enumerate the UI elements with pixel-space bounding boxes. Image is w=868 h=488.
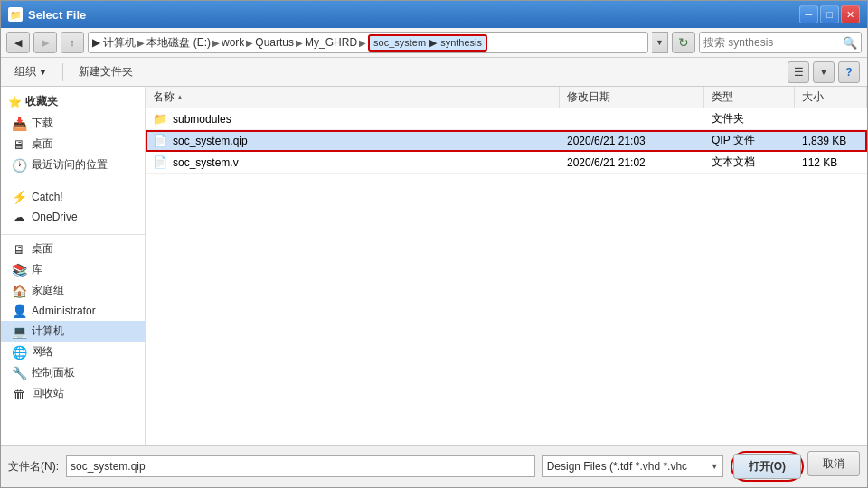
breadcrumb-computer[interactable]: ▶ — [92, 36, 103, 49]
homegroup-icon: 🏠 — [12, 284, 26, 298]
new-folder-button[interactable]: 新建文件夹 — [72, 61, 139, 83]
file-row-submodules[interactable]: 📁 submodules 文件夹 — [146, 108, 867, 130]
col-header-date[interactable]: 修改日期 — [560, 87, 704, 108]
file-row-qip[interactable]: 📄 soc_system.qip 2020/6/21 21:03 QIP 文件 … — [146, 130, 867, 152]
file-row-v[interactable]: 📄 soc_system.v 2020/6/21 21:02 文本文档 112 … — [146, 152, 867, 174]
sidebar-divider-1 — [1, 183, 145, 183]
dialog-title: Select File — [28, 8, 86, 22]
breadcrumb-bar[interactable]: ▶ 计算机 ▶ 本地磁盘 (E:) ▶ work ▶ Quartus ▶ My_… — [88, 32, 648, 53]
file-type-v: 文本文档 — [704, 153, 795, 172]
breadcrumb-ghrd: My_GHRD ▶ — [305, 36, 368, 49]
filetype-dropdown-arrow: ▼ — [711, 462, 719, 471]
file-type-submodules: 文件夹 — [704, 109, 795, 128]
sidebar-item-controlpanel[interactable]: 🔧 控制面板 — [1, 362, 145, 383]
col-header-name[interactable]: 名称 ▲ — [146, 87, 560, 108]
recycle-icon: 🗑 — [12, 387, 26, 401]
forward-button[interactable]: ▶ — [33, 32, 57, 53]
bottom-bar: 文件名(N): Design Files (*.tdf *.vhd *.vhc … — [1, 445, 867, 487]
title-controls: ─ □ ✕ — [799, 5, 860, 23]
open-button[interactable]: 打开(O) — [733, 454, 801, 479]
sidebar-item-onedrive[interactable]: ☁ OneDrive — [1, 207, 145, 227]
minimize-button[interactable]: ─ — [799, 5, 818, 23]
breadcrumb-work: work ▶ — [222, 36, 255, 49]
address-bar: ◀ ▶ ↑ ▶ 计算机 ▶ 本地磁盘 (E:) ▶ work ▶ Quartus… — [1, 28, 867, 58]
sidebar-item-network[interactable]: 🌐 网络 — [1, 342, 145, 362]
sidebar-favorites-section: ⭐ 收藏夹 📥 下载 🖥 桌面 🕐 最近访问的位置 — [1, 90, 145, 175]
download-icon: 📥 — [12, 117, 26, 131]
col-header-size[interactable]: 大小 — [795, 87, 867, 108]
sidebar-item-computer[interactable]: 💻 计算机 — [1, 321, 145, 342]
search-bar[interactable]: 🔍 — [699, 32, 862, 53]
breadcrumb-dropdown[interactable]: ▼ — [652, 32, 668, 53]
file-name-qip: 📄 soc_system.qip — [146, 132, 560, 150]
close-button[interactable]: ✕ — [841, 5, 860, 23]
search-input[interactable] — [703, 36, 843, 49]
catch-icon: ⚡ — [12, 190, 26, 204]
sidebar-favorites-header[interactable]: ⭐ 收藏夹 — [1, 90, 145, 113]
sidebar-item-desktop1[interactable]: 🖥 桌面 — [1, 134, 145, 155]
maximize-button[interactable]: □ — [820, 5, 839, 23]
sidebar-item-recent[interactable]: 🕐 最近访问的位置 — [1, 155, 145, 175]
organize-button[interactable]: 组织 ▼ — [8, 61, 53, 83]
file-size-v: 112 KB — [795, 155, 867, 171]
file-size-qip: 1,839 KB — [795, 133, 867, 149]
sidebar-item-administrator[interactable]: 👤 Administrator — [1, 301, 145, 321]
desktop-icon-1: 🖥 — [12, 137, 26, 152]
administrator-icon: 👤 — [12, 304, 26, 318]
file-size-submodules — [795, 117, 867, 121]
filename-input[interactable] — [66, 455, 535, 477]
breadcrumb-highlighted[interactable]: soc_system ▶ synthesis — [368, 34, 487, 52]
folder-icon-submodules: 📁 — [153, 112, 167, 127]
title-bar: 📁 Select File ─ □ ✕ — [1, 1, 867, 28]
open-button-circle: 打开(O) — [731, 451, 804, 482]
sidebar-item-catch[interactable]: ⚡ Catch! — [1, 187, 145, 207]
refresh-button[interactable]: ↻ — [672, 32, 695, 53]
sidebar-other-section: ⚡ Catch! ☁ OneDrive — [1, 187, 145, 227]
main-content: ⭐ 收藏夹 📥 下载 🖥 桌面 🕐 最近访问的位置 — [1, 87, 867, 445]
action-buttons: 打开(O) 取消 — [731, 451, 860, 482]
up-button[interactable]: ↑ — [61, 32, 84, 53]
filetype-dropdown[interactable]: Design Files (*.tdf *.vhd *.vhc ▼ — [542, 455, 723, 477]
sidebar-computer-section: 🖥 桌面 📚 库 🏠 家庭组 👤 Administrator 💻 — [1, 239, 145, 404]
computer-icon: 💻 — [12, 324, 26, 339]
sidebar-item-desktop2[interactable]: 🖥 桌面 — [1, 239, 145, 259]
sidebar-item-homegroup[interactable]: 🏠 家庭组 — [1, 280, 145, 301]
cancel-button[interactable]: 取消 — [807, 451, 860, 476]
network-icon: 🌐 — [12, 345, 26, 360]
toolbar-separator — [62, 63, 63, 81]
sidebar-item-recycle[interactable]: 🗑 回收站 — [1, 383, 145, 404]
breadcrumb-drive: 本地磁盘 (E:) ▶ — [146, 35, 222, 51]
title-bar-left: 📁 Select File — [8, 7, 86, 22]
col-header-type[interactable]: 类型 — [704, 87, 795, 108]
sidebar-item-download[interactable]: 📥 下载 — [1, 113, 145, 134]
desktop2-icon: 🖥 — [12, 242, 26, 257]
title-icon: 📁 — [8, 7, 23, 22]
toolbar-right: ☰ ▼ ? — [788, 61, 860, 83]
v-file-icon: 📄 — [153, 155, 167, 170]
file-name-submodules: 📁 submodules — [146, 110, 560, 128]
breadcrumb-sep1: 计算机 ▶ — [103, 35, 146, 51]
filename-label: 文件名(N): — [8, 459, 59, 474]
sort-arrow: ▲ — [176, 93, 184, 101]
qip-file-icon: 📄 — [153, 134, 167, 148]
view-list-button[interactable]: ☰ — [788, 61, 809, 83]
sidebar: ⭐ 收藏夹 📥 下载 🖥 桌面 🕐 最近访问的位置 — [1, 87, 146, 445]
search-icon[interactable]: 🔍 — [843, 36, 857, 50]
recent-icon: 🕐 — [12, 158, 26, 173]
sidebar-item-library[interactable]: 📚 库 — [1, 259, 145, 280]
filetype-value: Design Files (*.tdf *.vhd *.vhc — [547, 460, 707, 473]
library-icon: 📚 — [12, 263, 26, 277]
file-date-qip: 2020/6/21 21:03 — [560, 133, 704, 149]
organize-dropdown-icon: ▼ — [39, 68, 47, 77]
back-button[interactable]: ◀ — [6, 32, 30, 53]
view-options-button[interactable]: ▼ — [813, 61, 835, 83]
star-icon: ⭐ — [8, 96, 22, 108]
breadcrumb-quartus: Quartus ▶ — [255, 36, 305, 49]
file-name-v: 📄 soc_system.v — [146, 154, 560, 172]
file-type-qip: QIP 文件 — [704, 131, 795, 150]
controlpanel-icon: 🔧 — [12, 366, 26, 380]
help-button[interactable]: ? — [838, 61, 860, 83]
file-list-container: 名称 ▲ 修改日期 类型 大小 📁 submodules — [146, 87, 867, 445]
file-list-header: 名称 ▲ 修改日期 类型 大小 — [146, 87, 867, 108]
toolbar: 组织 ▼ 新建文件夹 ☰ ▼ ? — [1, 58, 867, 87]
